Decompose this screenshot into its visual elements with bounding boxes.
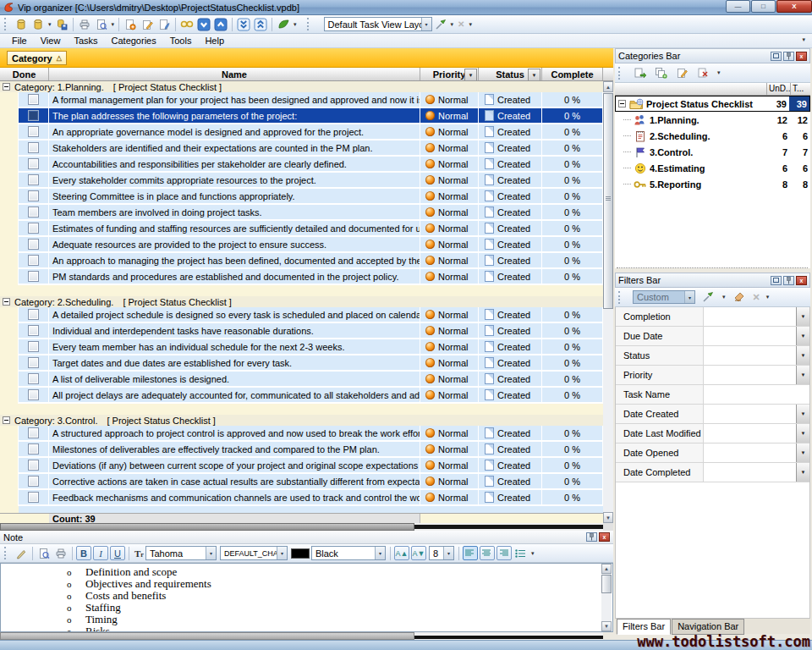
task-checkbox[interactable] (28, 492, 39, 503)
note-content[interactable]: oDefinition and scopeoObjectives and req… (0, 563, 613, 632)
font-name-combo[interactable]: Tahoma ▾ (145, 546, 217, 560)
task-checkbox[interactable] (28, 357, 39, 368)
combo-dropdown-icon[interactable]: ▾ (206, 547, 216, 559)
category-row[interactable]: Project Status Checklist3939 (615, 96, 810, 112)
new-task-button[interactable] (122, 16, 139, 32)
charset-combo[interactable]: DEFAULT_CHAR ▾ (220, 546, 288, 560)
filter-value[interactable] (704, 346, 796, 365)
group-by-field[interactable]: Category △ (7, 51, 67, 65)
print-button[interactable] (76, 16, 93, 32)
italic-button[interactable]: I (93, 546, 108, 560)
task-checkbox[interactable] (28, 460, 39, 471)
task-checkbox[interactable] (28, 207, 39, 218)
toolbar-grip[interactable] (618, 67, 623, 80)
column-header-priority[interactable]: Priority▼ (420, 68, 479, 80)
combo-dropdown-icon[interactable]: ▾ (375, 547, 385, 559)
note-hscroll-thumb[interactable] (0, 632, 414, 640)
filter-dropdown-button[interactable]: ▼ (796, 346, 809, 365)
apply-filter-button[interactable] (700, 289, 716, 306)
collapse-tree-icon[interactable] (618, 100, 626, 107)
view-task-button[interactable] (178, 16, 195, 32)
task-row[interactable]: A detailed project schedule is designed … (0, 307, 603, 323)
toolbar-grip[interactable] (4, 18, 9, 30)
apply-layout-button[interactable] (432, 16, 449, 32)
category-row[interactable]: 4.Estimating66 (615, 160, 810, 176)
delete-category-button[interactable] (694, 65, 711, 81)
column-header-status[interactable]: Status▼ (479, 68, 542, 80)
filter-dropdown-button[interactable]: ▼ (796, 443, 809, 462)
task-row[interactable]: Individual and interdependent tasks have… (0, 323, 603, 339)
category-row[interactable]: 3.Control.77 (615, 144, 810, 160)
task-row[interactable]: Team members are involved in doing proje… (0, 205, 603, 221)
bold-button[interactable]: B (76, 546, 91, 560)
note-horizontal-scrollbar[interactable] (0, 632, 603, 640)
collapse-group-icon[interactable] (3, 298, 10, 306)
delete-layout-button[interactable]: ✕ (458, 19, 464, 29)
grid-vscroll-thumb[interactable] (603, 93, 613, 309)
task-checkbox[interactable] (28, 94, 39, 105)
combo-dropdown-icon[interactable]: ▾ (684, 291, 694, 303)
filters-toolbar-dropdown[interactable]: ▾ (766, 294, 770, 300)
scroll-down-icon[interactable]: ▼ (601, 621, 612, 631)
filter-preset-combo[interactable]: Custom ▾ (633, 290, 695, 304)
task-checkbox[interactable] (28, 309, 39, 320)
category-row[interactable]: 1.Planning.1212 (615, 112, 810, 128)
undock-panel-button[interactable] (771, 52, 782, 61)
apply-filter-dropdown[interactable]: ▾ (722, 294, 726, 300)
note-print-button[interactable] (52, 545, 69, 561)
task-row[interactable]: An approach to managing the project has … (0, 253, 603, 269)
group-header-row[interactable]: Category: 2.Scheduling.[ Project Status … (0, 296, 603, 307)
column-header-total[interactable]: T... (790, 83, 810, 95)
combo-dropdown-icon[interactable]: ▾ (443, 547, 453, 559)
filter-dropdown-button[interactable]: ▼ (796, 424, 809, 443)
task-view-layout-combo[interactable]: Default Task View Layout ▾ (324, 17, 432, 31)
edit-task-button[interactable] (139, 16, 156, 32)
filter-value[interactable] (704, 327, 796, 345)
filter-value[interactable] (704, 307, 796, 326)
combo-dropdown-icon[interactable]: ▾ (421, 18, 431, 30)
collapse-all-button[interactable] (252, 16, 269, 32)
column-header-name[interactable]: Name (49, 68, 420, 80)
combo-dropdown-icon[interactable]: ▾ (277, 547, 287, 559)
pin-panel-button[interactable] (586, 532, 597, 542)
task-checkbox[interactable] (28, 142, 39, 153)
layout-button[interactable] (275, 16, 292, 32)
save-database-button[interactable] (53, 16, 70, 32)
delete-filter-button[interactable]: ✕ (753, 292, 760, 303)
category-row[interactable]: 5.Reporting88 (615, 176, 810, 192)
add-subcategory-button[interactable] (652, 65, 669, 81)
task-row[interactable]: Corrective actions are taken in case act… (0, 474, 603, 490)
maximize-button[interactable]: □ (751, 0, 776, 13)
grid-hscroll-thumb[interactable] (0, 523, 414, 531)
task-row[interactable]: Accountabilities and responsibilities pe… (0, 157, 603, 173)
new-database-button[interactable] (13, 16, 30, 32)
filter-dropdown-button[interactable]: ▼ (796, 307, 809, 326)
menu-help[interactable]: Help (198, 34, 231, 47)
column-header-complete[interactable]: Complete (542, 68, 603, 80)
task-checkbox[interactable] (28, 325, 39, 336)
toolbar-overflow-dropdown[interactable]: ▾ (469, 21, 472, 28)
task-checkbox[interactable] (28, 255, 39, 266)
scroll-down-icon[interactable]: ▼ (603, 512, 613, 523)
move-up-button[interactable] (212, 16, 229, 32)
filter-dropdown-button[interactable]: ▼ (796, 463, 809, 482)
note-print-preview-button[interactable] (36, 545, 52, 561)
task-checkbox[interactable] (28, 476, 39, 487)
task-checkbox[interactable] (28, 271, 39, 282)
filter-dropdown-button[interactable]: ▼ (796, 405, 809, 423)
open-database-button[interactable] (30, 16, 47, 32)
grid-horizontal-scrollbar[interactable] (0, 523, 603, 531)
task-row[interactable]: Target dates and due dates are establish… (0, 355, 603, 372)
bullet-list-button[interactable] (513, 545, 529, 561)
scroll-up-icon[interactable]: ▲ (601, 564, 612, 574)
toolbar-grip[interactable] (307, 18, 312, 30)
panel-splitter[interactable] (617, 267, 808, 268)
underline-button[interactable]: U (110, 546, 125, 560)
menu-categories[interactable]: Categories (105, 34, 163, 47)
collapse-group-icon[interactable] (3, 416, 10, 424)
task-row[interactable]: Deviations (if any) between current scop… (0, 458, 603, 474)
task-checkbox[interactable] (28, 126, 39, 137)
categories-toolbar-dropdown[interactable]: ▾ (717, 69, 721, 76)
filter-value[interactable] (704, 366, 796, 384)
task-row[interactable]: Adequate resources are provided to the p… (0, 237, 603, 253)
